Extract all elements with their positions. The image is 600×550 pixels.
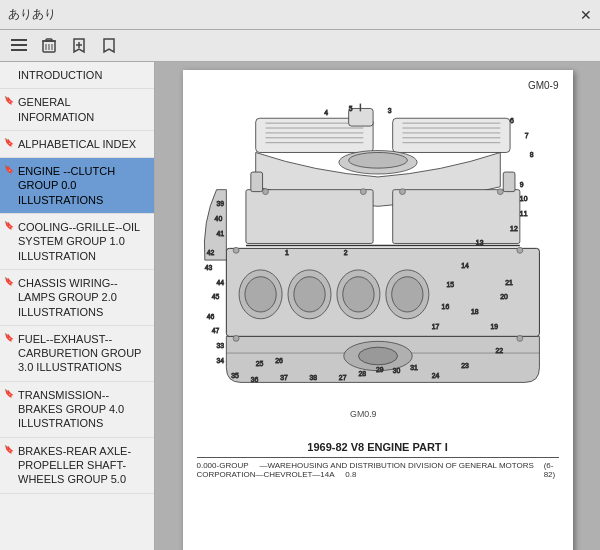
svg-text:38: 38 bbox=[309, 374, 317, 381]
svg-text:21: 21 bbox=[505, 279, 513, 286]
svg-text:40: 40 bbox=[214, 215, 222, 222]
sidebar-item-label: CHASSIS WIRING--LAMPS GROUP 2.0 ILLUSTRA… bbox=[18, 277, 118, 318]
sidebar-item-fuel-exhaust[interactable]: 🔖FUEL--EXHAUST--CARBURETION GROUP 3.0 IL… bbox=[0, 326, 154, 382]
sidebar-item-engine-clutch[interactable]: 🔖ENGINE --CLUTCH GROUP 0.0 ILLUSTRATIONS bbox=[0, 158, 154, 214]
svg-text:9: 9 bbox=[519, 181, 523, 188]
svg-text:41: 41 bbox=[216, 230, 224, 237]
sidebar-item-label: TRANSMISSION--BRAKES GROUP 4.0 ILLUSTRAT… bbox=[18, 389, 124, 430]
svg-text:31: 31 bbox=[410, 364, 418, 371]
sidebar-item-label: FUEL--EXHAUST--CARBURETION GROUP 3.0 ILL… bbox=[18, 333, 141, 374]
svg-text:45: 45 bbox=[211, 293, 219, 300]
svg-text:43: 43 bbox=[204, 264, 212, 271]
svg-text:12: 12 bbox=[510, 225, 518, 232]
svg-text:44: 44 bbox=[216, 279, 224, 286]
svg-rect-1 bbox=[11, 44, 27, 46]
svg-point-47 bbox=[497, 189, 503, 195]
title-bar: ありあり ✕ bbox=[0, 0, 600, 30]
window-title: ありあり bbox=[8, 6, 56, 23]
svg-text:18: 18 bbox=[470, 308, 478, 315]
bookmark-icon: 🔖 bbox=[4, 445, 14, 455]
sidebar-item-cooling-grille[interactable]: 🔖COOLING--GRILLE--OIL SYSTEM GROUP 1.0 I… bbox=[0, 214, 154, 270]
svg-text:29: 29 bbox=[376, 366, 384, 373]
svg-text:46: 46 bbox=[206, 313, 214, 320]
svg-point-44 bbox=[262, 189, 268, 195]
svg-rect-26 bbox=[392, 190, 519, 244]
doc-footer-right: (6-82) bbox=[544, 461, 559, 479]
doc-header: GM0-9 bbox=[197, 80, 559, 91]
svg-text:7: 7 bbox=[524, 132, 528, 139]
svg-point-34 bbox=[342, 277, 373, 312]
svg-rect-43 bbox=[503, 172, 515, 192]
bookmark-icon: 🔖 bbox=[4, 389, 14, 399]
svg-text:17: 17 bbox=[431, 323, 439, 330]
sidebar-item-general-info[interactable]: 🔖GENERAL INFORMATION bbox=[0, 89, 154, 131]
close-button[interactable]: ✕ bbox=[580, 7, 592, 23]
svg-text:27: 27 bbox=[338, 374, 346, 381]
svg-point-39 bbox=[358, 347, 397, 365]
sidebar-item-label: COOLING--GRILLE--OIL SYSTEM GROUP 1.0 IL… bbox=[18, 221, 140, 262]
doc-caption: 1969-82 V8 ENGINE PART I bbox=[197, 441, 559, 453]
sidebar-item-label: BRAKES-REAR AXLE-PROPELLER SHAFT-WHEELS … bbox=[18, 445, 131, 486]
svg-text:24: 24 bbox=[431, 372, 439, 379]
engine-diagram: 4 5 3 6 7 8 9 10 11 12 13 14 15 16 bbox=[197, 95, 559, 435]
bookmark-icon[interactable] bbox=[98, 35, 120, 57]
svg-rect-2 bbox=[11, 49, 27, 51]
svg-text:42: 42 bbox=[206, 249, 214, 256]
svg-point-46 bbox=[399, 189, 405, 195]
svg-text:35: 35 bbox=[231, 372, 239, 379]
svg-text:25: 25 bbox=[255, 360, 263, 367]
svg-text:14: 14 bbox=[461, 262, 469, 269]
main-area: INTRODUCTION🔖GENERAL INFORMATION🔖ALPHABE… bbox=[0, 62, 600, 550]
doc-footer: 0.000-GROUP —WAREHOUSING AND DISTRIBUTIO… bbox=[197, 457, 559, 479]
svg-text:2: 2 bbox=[343, 249, 347, 256]
content-area: GM0-9 bbox=[155, 62, 600, 550]
toolbar bbox=[0, 30, 600, 62]
svg-text:6: 6 bbox=[510, 117, 514, 124]
svg-text:39: 39 bbox=[216, 200, 224, 207]
bookmark-add-icon[interactable] bbox=[68, 35, 90, 57]
svg-text:34: 34 bbox=[216, 357, 224, 364]
svg-text:20: 20 bbox=[500, 293, 508, 300]
svg-point-48 bbox=[233, 247, 239, 253]
bookmark-icon: 🔖 bbox=[4, 221, 14, 231]
sidebar-item-chassis-wiring[interactable]: 🔖CHASSIS WIRING--LAMPS GROUP 2.0 ILLUSTR… bbox=[0, 270, 154, 326]
sidebar-item-transmission-brakes[interactable]: 🔖TRANSMISSION--BRAKES GROUP 4.0 ILLUSTRA… bbox=[0, 382, 154, 438]
sidebar-item-label: ENGINE --CLUTCH GROUP 0.0 ILLUSTRATIONS bbox=[18, 165, 115, 206]
svg-text:3: 3 bbox=[387, 107, 391, 114]
svg-text:23: 23 bbox=[461, 362, 469, 369]
svg-text:11: 11 bbox=[519, 210, 527, 217]
svg-text:47: 47 bbox=[211, 327, 219, 334]
svg-text:8: 8 bbox=[529, 151, 533, 158]
svg-text:13: 13 bbox=[475, 239, 483, 246]
svg-point-45 bbox=[360, 189, 366, 195]
svg-text:33: 33 bbox=[216, 342, 224, 349]
svg-text:30: 30 bbox=[392, 367, 400, 374]
sidebar-item-brakes-rear[interactable]: 🔖BRAKES-REAR AXLE-PROPELLER SHAFT-WHEELS… bbox=[0, 438, 154, 494]
svg-text:28: 28 bbox=[358, 370, 366, 377]
document-page: GM0-9 bbox=[183, 70, 573, 550]
svg-text:5: 5 bbox=[348, 105, 352, 112]
doc-header-label: GM0-9 bbox=[528, 80, 559, 91]
svg-rect-25 bbox=[245, 190, 372, 244]
sidebar-item-label: INTRODUCTION bbox=[18, 69, 102, 81]
sidebar-item-introduction[interactable]: INTRODUCTION bbox=[0, 62, 154, 89]
bookmark-icon: 🔖 bbox=[4, 138, 14, 148]
svg-text:1: 1 bbox=[285, 249, 289, 256]
doc-footer-left: 0.000-GROUP —WAREHOUSING AND DISTRIBUTIO… bbox=[197, 461, 544, 479]
menu-icon[interactable] bbox=[8, 35, 30, 57]
bookmark-icon: 🔖 bbox=[4, 277, 14, 287]
sidebar-item-alphabetical-index[interactable]: 🔖ALPHABETICAL INDEX bbox=[0, 131, 154, 158]
svg-text:4: 4 bbox=[324, 109, 328, 116]
svg-text:26: 26 bbox=[275, 357, 283, 364]
bookmark-icon: 🔖 bbox=[4, 165, 14, 175]
svg-rect-42 bbox=[250, 172, 262, 192]
svg-point-50 bbox=[233, 335, 239, 341]
svg-point-51 bbox=[516, 335, 522, 341]
trash-icon[interactable] bbox=[38, 35, 60, 57]
svg-point-30 bbox=[244, 277, 275, 312]
svg-text:36: 36 bbox=[250, 376, 258, 383]
svg-text:15: 15 bbox=[446, 282, 454, 289]
svg-point-49 bbox=[516, 247, 522, 253]
svg-point-24 bbox=[348, 152, 407, 168]
svg-text:22: 22 bbox=[495, 347, 503, 354]
